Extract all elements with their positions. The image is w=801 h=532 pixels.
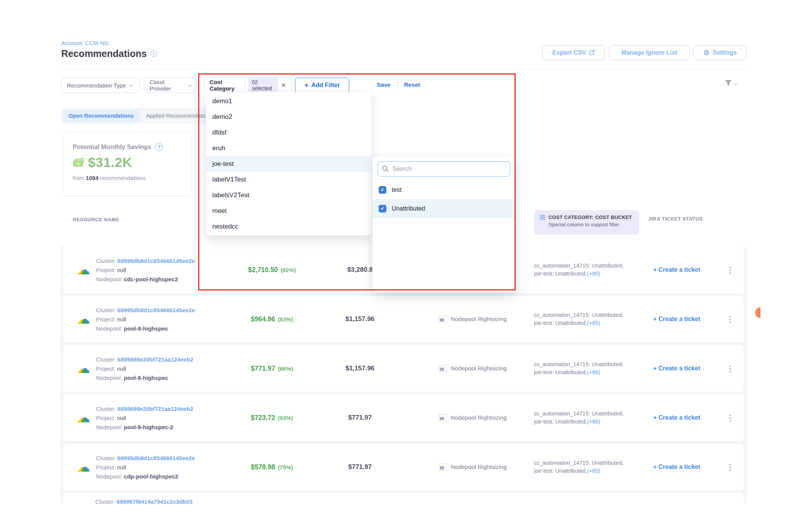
row-menu-icon[interactable]: ⋮ [726,266,734,274]
dropdown-item[interactable]: labelV1Test [206,172,371,187]
bucket-option-label: test [392,187,402,193]
recommendation-type-label: Recommendation Type [67,82,126,89]
tab-open-recommendations[interactable]: Open Recommendations [63,110,140,122]
cost-bucket-more-link[interactable]: (+86) [587,418,600,425]
table-row[interactable]: ☁ Cluster: 6895698e20bf721aa124eeb2 Proj… [63,394,744,441]
dropdown-item-label: eruh [212,144,225,152]
gcp-cloud-icon: ☁ [77,312,90,326]
table-row[interactable]: ☁ Cluster: 6895698e20bf721aa124eeb2 Proj… [63,345,744,392]
dropdown-item[interactable]: demo2 [206,109,371,125]
cluster-id-link[interactable]: 68995db8d1c854666145ee2e [117,258,195,264]
filter-panel-toggle[interactable] [724,80,737,86]
cluster-id-link[interactable]: 689067f8414a7041c2c3db03 [117,498,193,504]
close-icon[interactable]: ✕ [281,82,286,89]
resource-cell: ☁ Cluster: 68995db8d1c854666145ee2e Proj… [63,455,239,480]
create-ticket-link[interactable]: + Create a ticket [637,464,717,470]
savings-value: $2,710.50 [248,266,278,274]
floating-handle[interactable] [755,307,760,318]
savings-percent: (93%) [278,415,293,421]
cost-bucket-line1: cc_automation_14715: Unattributed, [534,262,637,270]
reset-filter-link[interactable]: Reset [404,81,420,88]
resource-cell: ☁ Cluster: 6895698e20bf721aa124eeb2 Proj… [63,356,239,381]
funnel-icon [724,80,732,86]
dropdown-item-label: dfdsf [212,129,226,136]
resource-cell: ☁ Cluster: 68995db8d1c854666145ee2e Proj… [63,307,239,332]
dropdown-item[interactable]: demo1 [206,93,371,109]
row-menu-icon[interactable]: ⋮ [726,463,734,471]
recommendation-type-filter[interactable]: Recommendation Type [61,78,140,93]
dropdown-item[interactable]: meet [206,203,371,219]
checkbox-checked-icon[interactable]: ✓ [379,205,386,212]
dropdown-item[interactable]: dfdsf [206,125,371,140]
cost-bucket-cell: cc_automation_14715: Unattributed, joe-t… [530,360,637,376]
add-filter-label: Add Filter [311,82,340,89]
bucket-search-input[interactable] [378,161,510,177]
gcp-cloud-icon: ☁ [77,263,90,277]
account-breadcrumb[interactable]: Account: CCM-NG [61,40,109,46]
create-ticket-link[interactable]: + Create a ticket [637,266,717,273]
nodepool-rightsizing-icon [439,464,447,470]
dropdown-item-label: meet [212,207,227,215]
recommendation-type-cell: Nodepool Rightsizing [415,316,530,323]
table-row[interactable]: ☁ Cluster: 68995db8d1c854666145ee2e Proj… [63,296,744,342]
dropdown-item[interactable]: joe-test [206,156,371,172]
dropdown-item-label: demo1 [212,97,232,105]
info-icon[interactable]: i [150,50,157,57]
project-label: Project: [96,464,116,470]
sliders-icon [539,215,545,220]
nodepool-rightsizing-icon [439,414,447,421]
nodepool-value: pool-8-highspec [124,325,168,332]
export-csv-button[interactable]: Export CSV [542,45,605,60]
dropdown-item[interactable]: labelsV2Test [206,187,371,203]
table-row[interactable]: ☁ Cluster: 68995db8d1c854666145ee2e Proj… [63,444,744,490]
cost-category-filter-chip[interactable]: Cost Category 02 selected ✕ [204,78,292,93]
cost-bucket-line1: cc_automation_14715: Unattributed, [534,410,637,418]
bucket-option[interactable]: ✓ test [373,180,515,199]
create-ticket-link[interactable]: + Create a ticket [637,414,717,421]
cluster-label: Cluster: [96,405,116,412]
cluster-id-link[interactable]: 68995db8d1c854666145ee2e [117,307,195,313]
recommendation-type-label: Nodepool Rightsizing [451,464,506,470]
cluster-id-link[interactable]: 6895698e20bf721aa124eeb2 [117,356,194,363]
cluster-id-link[interactable]: 68995db8d1c854666145ee2e [117,455,195,461]
resource-cell: ☁ Cluster: 6895698e20bf721aa124eeb2 Proj… [63,405,239,430]
monthly-cost-cell: $771.97 [304,414,415,422]
chevron-down-icon [188,83,192,87]
cloud-provider-filter[interactable]: Cloud Provider [144,78,197,93]
cost-bucket-more-link[interactable]: (+85) [587,271,600,277]
help-icon[interactable]: ? [155,143,163,151]
cluster-label: Cluster: [96,258,116,264]
cost-bucket-cell: cc_automation_14715: Unattributed, joe-t… [530,311,637,327]
settings-button[interactable]: ⚙ Settings [694,45,747,60]
cost-bucket-more-link[interactable]: (+86) [587,369,600,375]
dropdown-item[interactable]: nestedcc [206,219,371,234]
cluster-id-link[interactable]: 6895698e20bf721aa124eeb2 [117,405,194,412]
savings-percent: (83%) [278,316,293,323]
recommendation-type-cell: Nodepool Rightsizing [415,365,530,372]
savings-card-title: Potential Monthly Savings [73,143,151,151]
plus-icon: + [304,81,309,89]
row-menu-icon[interactable]: ⋮ [726,414,734,422]
nodepool-label: Nodepool: [96,424,122,430]
create-ticket-link[interactable]: + Create a ticket [637,365,717,372]
nodepool-value: cdc-pool-highspec2 [124,276,178,282]
dropdown-item[interactable]: eruh [206,140,371,156]
add-filter-button[interactable]: + Add Filter [295,78,349,93]
nodepool-rightsizing-icon [439,365,447,372]
checkbox-checked-icon[interactable]: ✓ [379,186,386,194]
bucket-option-label: Unattributed [392,205,425,212]
cost-category-column-header[interactable]: COST CATEGORY: COST BUCKET Special colum… [534,210,639,235]
row-menu-icon[interactable]: ⋮ [726,315,734,323]
cost-bucket-more-link[interactable]: (+85) [587,320,600,326]
cost-bucket-more-link[interactable]: (+85) [587,468,600,474]
dropdown-item-label: demo2 [212,113,232,121]
save-filter-link[interactable]: Save [377,81,391,88]
monthly-savings-cell: $771.97 (66%) [239,365,304,373]
manage-ignore-list-button[interactable]: Manage Ignore List [609,45,690,60]
monthly-cost-cell: $1,157.96 [304,315,415,323]
row-menu-icon[interactable]: ⋮ [726,365,734,373]
recommendation-type-cell: Nodepool Rightsizing [415,464,530,470]
create-ticket-link[interactable]: + Create a ticket [637,316,717,323]
bucket-option[interactable]: ✓ Unattributed [373,199,515,218]
table-row-partial[interactable]: Cluster: 689067f8414a7041c2c3db03 [63,493,744,504]
